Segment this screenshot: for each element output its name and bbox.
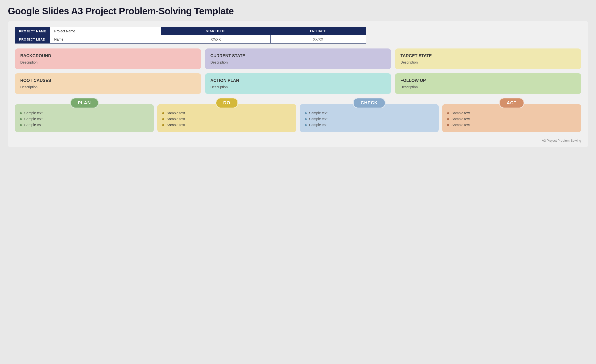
do-header-wrap: DO (157, 98, 296, 108)
plan-card: PLAN Sample text Sample text Sample text (15, 98, 154, 136)
do-text-1: Sample text (167, 111, 185, 115)
do-item-3: Sample text (162, 123, 291, 127)
plan-text-1: Sample text (24, 111, 43, 115)
background-title: BACKGROUND (20, 53, 196, 58)
plan-bullet-1 (20, 112, 22, 114)
background-desc: Description (20, 60, 196, 64)
act-body: Sample text Sample text Sample text (442, 104, 581, 132)
follow-up-title: FOLLOW-UP (400, 78, 576, 83)
plan-bullet-3 (20, 124, 22, 126)
plan-item-1: Sample text (20, 111, 149, 115)
plan-body: Sample text Sample text Sample text (15, 104, 154, 132)
check-bullet-2 (305, 118, 307, 120)
target-state-desc: Description (400, 60, 576, 64)
project-name-value[interactable]: Project Name (50, 27, 161, 35)
check-pill: CHECK (353, 98, 385, 108)
act-card: ACT Sample text Sample text Sample text (442, 98, 581, 136)
act-bullet-1 (447, 112, 449, 114)
root-causes-desc: Description (20, 85, 196, 89)
act-text-3: Sample text (452, 123, 470, 127)
check-bullet-1 (305, 112, 307, 114)
check-item-1: Sample text (305, 111, 434, 115)
plan-pill: PLAN (70, 98, 99, 108)
act-bullet-3 (447, 124, 449, 126)
act-text-1: Sample text (452, 111, 470, 115)
act-item-1: Sample text (447, 111, 576, 115)
do-bullet-2 (162, 118, 164, 120)
act-header-wrap: ACT (442, 98, 581, 108)
act-item-2: Sample text (447, 117, 576, 121)
project-name-label: PROJECT NAME (15, 27, 50, 35)
do-bullet-3 (162, 124, 164, 126)
current-state-card: CURRENT STATE Description (205, 48, 391, 69)
check-card: CHECK Sample text Sample text Sample tex… (300, 98, 439, 136)
project-lead-value[interactable]: Name (50, 35, 161, 44)
plan-text-2: Sample text (24, 117, 43, 121)
follow-up-card: FOLLOW-UP Description (395, 73, 581, 94)
check-bullet-3 (305, 124, 307, 126)
footer-label: A3 Project Problem-Solving (15, 139, 581, 142)
act-bullet-2 (447, 118, 449, 120)
action-plan-card: ACTION PLAN Description (205, 73, 391, 94)
page-title: Google Slides A3 Project Problem-Solving… (8, 6, 588, 17)
project-lead-label: PROJECT LEAD (15, 35, 50, 44)
current-state-title: CURRENT STATE (210, 53, 386, 58)
plan-bullet-2 (20, 118, 22, 120)
start-date-value[interactable]: XX/XX (161, 35, 270, 44)
current-state-desc: Description (210, 60, 386, 64)
do-text-3: Sample text (167, 123, 185, 127)
pdca-grid: PLAN Sample text Sample text Sample text (15, 98, 581, 136)
end-date-label: END DATE (270, 27, 366, 35)
do-item-2: Sample text (162, 117, 291, 121)
project-table: PROJECT NAME Project Name START DATE END… (15, 27, 366, 44)
action-plan-desc: Description (210, 85, 386, 89)
template-container: PROJECT NAME Project Name START DATE END… (8, 21, 588, 147)
do-text-2: Sample text (167, 117, 185, 121)
root-causes-title: ROOT CAUSES (20, 78, 196, 83)
act-text-2: Sample text (452, 117, 470, 121)
top-cards-grid: BACKGROUND Description CURRENT STATE Des… (15, 48, 581, 94)
background-card: BACKGROUND Description (15, 48, 201, 69)
root-causes-card: ROOT CAUSES Description (15, 73, 201, 94)
act-pill: ACT (499, 98, 524, 108)
do-item-1: Sample text (162, 111, 291, 115)
check-body: Sample text Sample text Sample text (300, 104, 439, 132)
check-text-3: Sample text (309, 123, 327, 127)
check-text-2: Sample text (309, 117, 327, 121)
check-item-3: Sample text (305, 123, 434, 127)
check-item-2: Sample text (305, 117, 434, 121)
act-item-3: Sample text (447, 123, 576, 127)
plan-header-wrap: PLAN (15, 98, 154, 108)
action-plan-title: ACTION PLAN (210, 78, 386, 83)
start-date-label: START DATE (161, 27, 270, 35)
check-text-1: Sample text (309, 111, 327, 115)
do-body: Sample text Sample text Sample text (157, 104, 296, 132)
target-state-card: TARGET STATE Description (395, 48, 581, 69)
do-bullet-1 (162, 112, 164, 114)
do-card: DO Sample text Sample text Sample text (157, 98, 296, 136)
follow-up-desc: Description (400, 85, 576, 89)
do-pill: DO (216, 98, 238, 108)
plan-item-2: Sample text (20, 117, 149, 121)
plan-item-3: Sample text (20, 123, 149, 127)
target-state-title: TARGET STATE (400, 53, 576, 58)
plan-text-3: Sample text (24, 123, 43, 127)
check-header-wrap: CHECK (300, 98, 439, 108)
end-date-value[interactable]: XX/XX (270, 35, 366, 44)
